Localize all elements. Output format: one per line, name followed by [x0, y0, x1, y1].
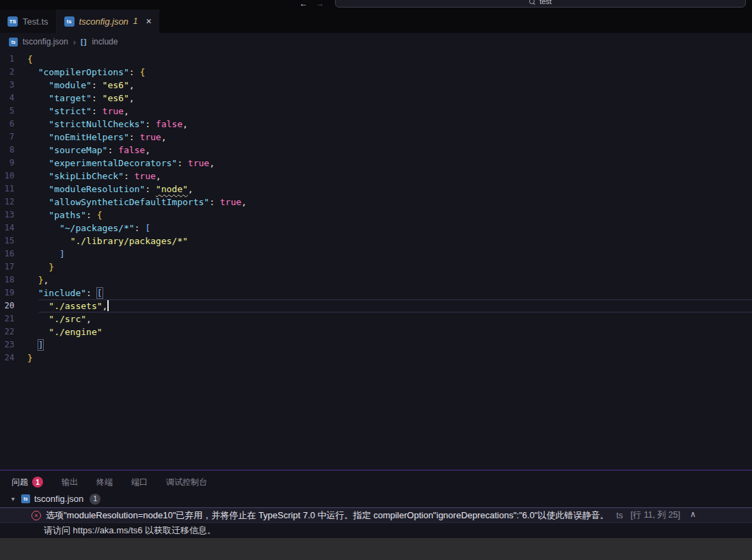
tsconfig-file-icon: ts: [21, 494, 30, 503]
problem-item[interactable]: × 选项"moduleResolution=node10"已弃用，并将停止在 T…: [0, 507, 752, 523]
line-content: "target": "es6",: [27, 92, 752, 105]
code-token: false: [118, 145, 145, 155]
line-number: 17: [0, 261, 27, 274]
code-token: ,: [241, 197, 247, 207]
line-number: 21: [0, 312, 27, 325]
code-line[interactable]: 10 "skipLibCheck": true,: [0, 170, 752, 183]
code-line[interactable]: 13 "paths": {: [0, 209, 752, 222]
code-line[interactable]: 8 "sourceMap": false,: [0, 144, 752, 157]
code-line[interactable]: 5 "strict": true,: [0, 105, 752, 118]
panel-tab-ports[interactable]: 端口: [131, 477, 148, 488]
code-token: [27, 314, 49, 324]
line-number: 7: [0, 131, 27, 144]
panel-tab-debug-console[interactable]: 调试控制台: [166, 477, 207, 488]
code-line[interactable]: 19 "include": [: [0, 286, 752, 299]
code-line[interactable]: 22 "./engine": [0, 325, 752, 338]
breadcrumb-symbol[interactable]: include: [92, 37, 118, 46]
code-token: [27, 327, 49, 337]
code-token: ,: [86, 314, 92, 324]
code-token: :: [177, 158, 188, 168]
problem-message: 选项"moduleResolution=node10"已弃用，并将停止在 Typ…: [46, 509, 609, 522]
code-token: :: [209, 197, 220, 207]
code-line[interactable]: 16 ]: [0, 248, 752, 261]
code-token: ,: [161, 132, 167, 142]
code-token: {: [27, 54, 33, 64]
code-line[interactable]: 7 "noEmitHelpers": true,: [0, 131, 752, 144]
code-token: "./src": [49, 314, 86, 324]
tab-label: tsconfig.json: [79, 16, 129, 27]
code-line[interactable]: 6 "strictNullChecks": false,: [0, 118, 752, 131]
code-line[interactable]: 1{: [0, 53, 752, 66]
code-token: ,: [145, 145, 150, 155]
code-token: ,: [209, 158, 215, 168]
line-number: 4: [0, 92, 27, 105]
line-number: 5: [0, 105, 27, 118]
code-token: {: [139, 67, 145, 77]
chevron-down-icon[interactable]: ▾: [9, 495, 17, 503]
code-line[interactable]: 12 "allowSyntheticDefaultImports": true,: [0, 196, 752, 209]
code-line[interactable]: 17 }: [0, 261, 752, 274]
code-token: "./library/packages/*": [70, 236, 188, 246]
title-bar: ← → test: [0, 0, 752, 10]
code-token: "noEmitHelpers": [49, 132, 129, 142]
problem-detail[interactable]: 请访问 https://aka.ms/ts6 以获取迁移信息。: [0, 523, 752, 538]
code-token: [27, 145, 49, 155]
code-token: "skipLibCheck": [49, 171, 124, 181]
text-cursor: [107, 300, 109, 311]
code-line[interactable]: 9 "experimentalDecorators": true,: [0, 157, 752, 170]
code-token: [27, 132, 49, 142]
tab-test-ts[interactable]: TS Test.ts: [0, 10, 57, 33]
code-token: "target": [49, 93, 92, 103]
chevron-up-icon[interactable]: ∧: [690, 509, 696, 519]
code-line[interactable]: 3 "module": "es6",: [0, 79, 752, 92]
tab-tsconfig-json[interactable]: ts tsconfig.json 1 ×: [57, 10, 159, 33]
panel-tab-problems[interactable]: 问题 1: [12, 477, 43, 488]
command-search-input[interactable]: test: [335, 0, 746, 8]
code-token: "include": [38, 288, 86, 298]
line-number: 1: [0, 53, 27, 66]
line-content: "compilerOptions": {: [27, 66, 752, 79]
code-token: :: [124, 171, 135, 181]
code-token: }: [49, 262, 54, 272]
line-number: 9: [0, 157, 27, 170]
code-line[interactable]: 14 "~/packages/*": [: [0, 222, 752, 235]
code-token: [27, 158, 49, 168]
code-token: }: [27, 353, 33, 363]
code-line[interactable]: 24}: [0, 351, 752, 364]
code-line[interactable]: 18 },: [0, 274, 752, 286]
line-content: "strict": true,: [27, 105, 752, 118]
code-token: :: [92, 80, 103, 90]
close-icon[interactable]: ×: [146, 16, 152, 27]
code-token: :: [86, 288, 97, 298]
code-line[interactable]: 2 "compilerOptions": {: [0, 66, 752, 79]
code-line[interactable]: 23 ]: [0, 338, 752, 351]
code-token: [27, 119, 49, 129]
code-line[interactable]: 11 "moduleResolution": "node",: [0, 183, 752, 196]
code-line[interactable]: 20 "./assets",: [0, 299, 752, 312]
panel-tab-output[interactable]: 输出: [62, 477, 78, 488]
breadcrumb: ts tsconfig.json › [] include: [0, 33, 752, 51]
code-token: "sourceMap": [49, 145, 107, 155]
code-token: ,: [183, 119, 188, 129]
line-content: },: [27, 274, 752, 286]
code-line[interactable]: 21 "./src",: [0, 312, 752, 325]
panel-tab-label: 终端: [96, 477, 113, 488]
forward-icon[interactable]: →: [316, 0, 324, 8]
error-icon: ×: [31, 511, 41, 520]
code-editor[interactable]: 1{2 "compilerOptions": {3 "module": "es6…: [0, 51, 752, 470]
panel-tab-terminal[interactable]: 终端: [96, 477, 113, 488]
code-token: ,: [43, 275, 49, 285]
bottom-panel: 问题 1 输出 终端 端口 调试控制台 ▾ ts tsconfig.json 1…: [0, 470, 752, 560]
line-content: }: [27, 261, 752, 274]
breadcrumb-file[interactable]: tsconfig.json: [23, 37, 68, 46]
code-token: "es6": [103, 80, 129, 90]
code-token: "strictNullChecks": [49, 119, 145, 129]
code-token: true: [103, 106, 124, 116]
code-line[interactable]: 4 "target": "es6",: [0, 92, 752, 105]
problems-file-name: tsconfig.json: [34, 494, 83, 504]
problems-file-group[interactable]: ▾ ts tsconfig.json 1: [0, 490, 752, 507]
line-content: "./assets",: [27, 299, 752, 312]
code-line[interactable]: 15 "./library/packages/*": [0, 235, 752, 248]
code-token: :: [129, 67, 140, 77]
back-icon[interactable]: ←: [299, 0, 308, 8]
